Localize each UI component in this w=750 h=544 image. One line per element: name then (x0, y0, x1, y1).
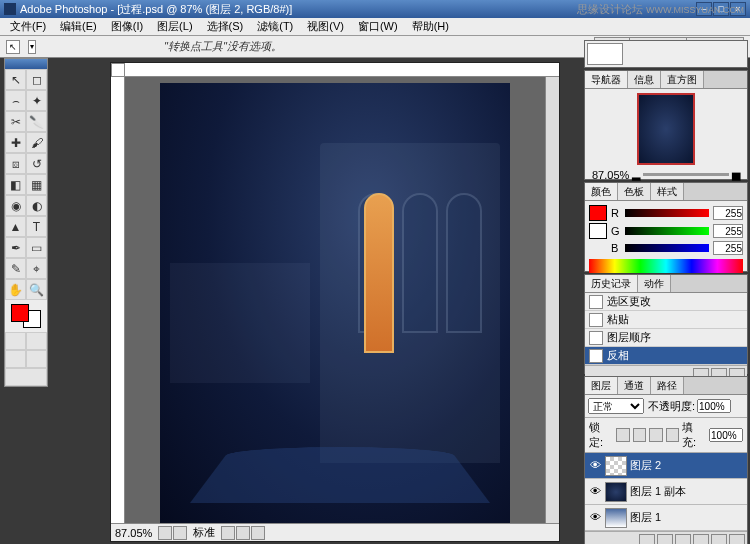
zoom-slider[interactable] (643, 173, 729, 176)
history-item[interactable]: 粘贴 (585, 311, 747, 329)
menu-filter[interactable]: 滤镜(T) (251, 19, 299, 34)
ruler-horizontal[interactable] (125, 63, 559, 77)
slice-tool-icon[interactable]: 🔪 (26, 111, 47, 132)
blend-mode-select[interactable]: 正常 (588, 398, 644, 414)
zoom-in-icon[interactable]: ▅ (732, 168, 740, 181)
visibility-icon[interactable]: 👁 (588, 459, 602, 473)
history-item[interactable]: 反相 (585, 347, 747, 365)
visibility-icon[interactable]: 👁 (588, 485, 602, 499)
eraser-tool-icon[interactable]: ◧ (5, 174, 26, 195)
layer-name[interactable]: 图层 1 (630, 510, 661, 525)
layer-name[interactable]: 图层 2 (630, 458, 661, 473)
trash-icon[interactable] (729, 534, 745, 544)
adjust-icon[interactable] (693, 534, 709, 544)
status-icon[interactable] (158, 526, 172, 540)
layer-thumb[interactable] (605, 508, 627, 528)
r-input[interactable] (713, 206, 743, 220)
tab-history[interactable]: 历史记录 (585, 275, 638, 292)
g-input[interactable] (713, 224, 743, 238)
tab-layers[interactable]: 图层 (585, 377, 618, 394)
layer-name[interactable]: 图层 1 副本 (630, 484, 686, 499)
tab-histogram[interactable]: 直方图 (661, 71, 704, 88)
tab-channels[interactable]: 通道 (618, 377, 651, 394)
menu-file[interactable]: 文件(F) (4, 19, 52, 34)
jump-to-icon[interactable] (5, 368, 47, 386)
color-bg-swatch[interactable] (589, 223, 607, 239)
blur-tool-icon[interactable]: ◉ (5, 195, 26, 216)
menu-window[interactable]: 窗口(W) (352, 19, 404, 34)
new-layer-icon[interactable] (711, 534, 727, 544)
lock-move-icon[interactable] (649, 428, 663, 442)
b-input[interactable] (713, 241, 743, 255)
menu-image[interactable]: 图像(I) (105, 19, 149, 34)
standard-mode-icon[interactable] (5, 332, 26, 350)
marquee-tool-icon[interactable]: ◻ (26, 69, 47, 90)
layer-row[interactable]: 👁图层 1 (585, 505, 747, 531)
history-item[interactable]: 图层顺序 (585, 329, 747, 347)
hand-tool-icon[interactable]: ✋ (5, 279, 26, 300)
notes-tool-icon[interactable]: ✎ (5, 258, 26, 279)
document-image[interactable] (160, 83, 510, 523)
layer-thumb[interactable] (605, 456, 627, 476)
status-icon[interactable] (221, 526, 235, 540)
color-ramp[interactable] (589, 259, 743, 273)
tool-preset-dropdown[interactable]: ▾ (28, 40, 36, 54)
shape-tool-icon[interactable]: ▭ (26, 237, 47, 258)
b-slider[interactable] (625, 244, 709, 252)
tab-styles[interactable]: 样式 (651, 183, 684, 200)
status-icon[interactable] (236, 526, 250, 540)
screen-std-icon[interactable] (5, 350, 26, 368)
menu-edit[interactable]: 编辑(E) (54, 19, 103, 34)
navigator-thumb[interactable] (637, 93, 695, 165)
visibility-icon[interactable]: 👁 (588, 511, 602, 525)
menu-view[interactable]: 视图(V) (301, 19, 350, 34)
heal-tool-icon[interactable]: ✚ (5, 132, 26, 153)
mask-icon[interactable] (657, 534, 673, 544)
color-fg-swatch[interactable] (589, 205, 607, 221)
zoom-out-icon[interactable]: ▂ (632, 168, 640, 181)
crop-tool-icon[interactable]: ✂ (5, 111, 26, 132)
color-swatches[interactable] (11, 304, 41, 328)
tool-preset-icon[interactable]: ↖ (6, 40, 20, 54)
brush-thumb[interactable] (587, 43, 623, 65)
status-icon[interactable] (173, 526, 187, 540)
history-item[interactable]: 选区更改 (585, 293, 747, 311)
r-slider[interactable] (625, 209, 709, 217)
quickmask-mode-icon[interactable] (26, 332, 47, 350)
lock-trans-icon[interactable] (616, 428, 630, 442)
eyedropper-tool-icon[interactable]: ⌖ (26, 258, 47, 279)
tab-navigator[interactable]: 导航器 (585, 71, 628, 88)
menu-select[interactable]: 选择(S) (201, 19, 250, 34)
zoom-tool-icon[interactable]: 🔍 (26, 279, 47, 300)
status-zoom[interactable]: 87.05% (115, 527, 152, 539)
foreground-swatch[interactable] (11, 304, 29, 322)
fx-icon[interactable] (639, 534, 655, 544)
layer-row[interactable]: 👁图层 1 副本 (585, 479, 747, 505)
history-brush-icon[interactable]: ↺ (26, 153, 47, 174)
opacity-input[interactable] (697, 399, 731, 413)
fill-input[interactable] (709, 428, 743, 442)
menu-help[interactable]: 帮助(H) (406, 19, 455, 34)
stamp-tool-icon[interactable]: ⧇ (5, 153, 26, 174)
tab-paths[interactable]: 路径 (651, 377, 684, 394)
canvas-area[interactable] (125, 77, 545, 523)
layer-row[interactable]: 👁图层 2 (585, 453, 747, 479)
tab-swatches[interactable]: 色板 (618, 183, 651, 200)
tab-actions[interactable]: 动作 (638, 275, 671, 292)
folder-icon[interactable] (675, 534, 691, 544)
tab-color[interactable]: 颜色 (585, 183, 618, 200)
path-tool-icon[interactable]: ▲ (5, 216, 26, 237)
dodge-tool-icon[interactable]: ◐ (26, 195, 47, 216)
move-tool-icon[interactable]: ↖ (5, 69, 26, 90)
gradient-tool-icon[interactable]: ▦ (26, 174, 47, 195)
lock-paint-icon[interactable] (633, 428, 647, 442)
ruler-vertical[interactable] (111, 77, 125, 523)
type-tool-icon[interactable]: T (26, 216, 47, 237)
pen-tool-icon[interactable]: ✒ (5, 237, 26, 258)
tab-info[interactable]: 信息 (628, 71, 661, 88)
nav-zoom-value[interactable]: 87.05% (592, 169, 629, 181)
toolbox-header[interactable] (5, 59, 47, 69)
screen-full-icon[interactable] (26, 350, 47, 368)
scrollbar-vertical[interactable] (545, 77, 559, 523)
menu-layer[interactable]: 图层(L) (151, 19, 198, 34)
